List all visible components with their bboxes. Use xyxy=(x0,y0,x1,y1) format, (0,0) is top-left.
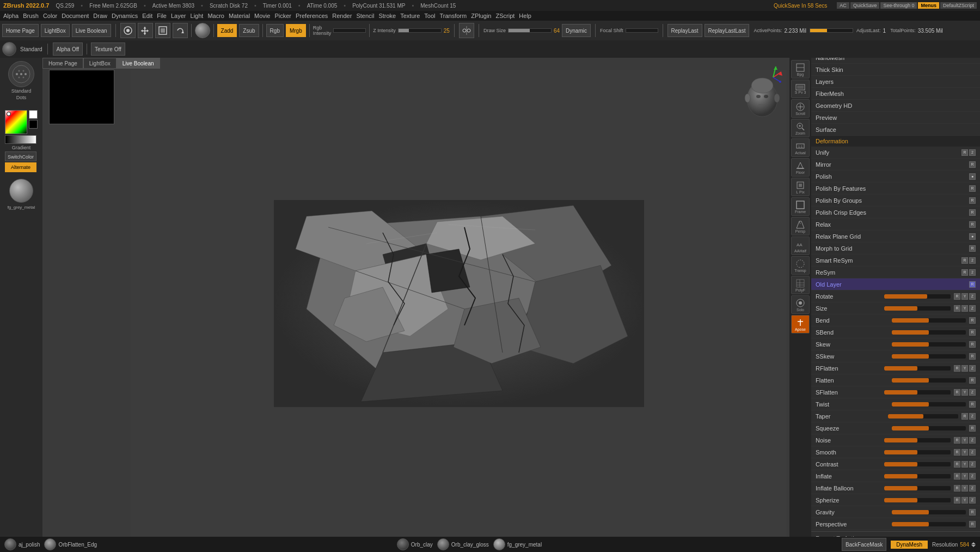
perspective-r-icon[interactable]: R xyxy=(969,521,976,527)
geometry-hd-item[interactable]: Geometry HD xyxy=(811,100,980,112)
menu-stencil[interactable]: Stencil xyxy=(356,13,374,19)
preview-item[interactable]: Preview xyxy=(811,112,980,124)
inflate-balloon-slider[interactable] xyxy=(884,486,951,490)
sskew-item[interactable]: SSkew R xyxy=(811,350,980,362)
menu-light[interactable]: Light xyxy=(191,13,204,19)
contrast-slider[interactable] xyxy=(884,462,951,466)
sbend-r-icon[interactable]: R xyxy=(969,329,976,336)
rotate-z-icon[interactable]: Z xyxy=(969,293,976,300)
spherize-slider[interactable] xyxy=(884,498,951,502)
taper-slider[interactable] xyxy=(888,414,958,418)
noise-item[interactable]: Noise R Y Z xyxy=(811,434,980,446)
sflatten-item[interactable]: SFlatten R Y Z xyxy=(811,386,980,398)
smooth-r-icon[interactable]: R xyxy=(954,449,960,456)
noise-z-icon[interactable]: Z xyxy=(969,437,976,444)
sskew-r-icon[interactable]: R xyxy=(969,353,976,360)
spherize-r-icon[interactable]: R xyxy=(954,497,960,504)
menu-transform[interactable]: Transform xyxy=(439,13,467,19)
menu-preferences[interactable]: Preferences xyxy=(296,13,328,19)
polish-groups-r-icon[interactable]: R xyxy=(969,197,976,204)
menu-texture[interactable]: Texture xyxy=(400,13,420,19)
menu-color[interactable]: Color xyxy=(43,13,57,19)
inflate-y-icon[interactable]: Y xyxy=(961,473,968,480)
apose-icon-btn[interactable]: Apose xyxy=(791,315,810,333)
mirror-r-icon[interactable]: R xyxy=(969,161,976,168)
smooth-slider[interactable] xyxy=(884,450,951,454)
nav-compass-area[interactable] xyxy=(738,61,787,116)
thumbnail-area[interactable] xyxy=(49,70,114,124)
draw-icon-btn[interactable] xyxy=(120,23,136,38)
bpg-icon-btn[interactable]: Bpg xyxy=(791,60,810,78)
size-slider[interactable] xyxy=(884,306,951,311)
polish-features-item[interactable]: Polish By Features R xyxy=(811,183,980,195)
gravity-slider[interactable] xyxy=(892,510,966,514)
smooth-z-icon[interactable]: Z xyxy=(969,449,976,456)
gravity-r-icon[interactable]: R xyxy=(969,509,976,515)
inflate-r-icon[interactable]: R xyxy=(954,473,960,480)
lightbox-btn[interactable]: LightBox xyxy=(41,24,70,37)
sbend-slider[interactable] xyxy=(892,330,966,335)
size-item[interactable]: Size R Y Z xyxy=(811,302,980,314)
alpha-off-btn[interactable]: Alpha Off xyxy=(53,43,83,56)
mirror-item[interactable]: Mirror R xyxy=(811,159,980,171)
thick-skin-item[interactable]: Thick Skin xyxy=(811,64,980,76)
menu-draw[interactable]: Draw xyxy=(93,13,107,19)
spherize-item[interactable]: Spherize R Y Z xyxy=(811,494,980,506)
spherize-z-icon[interactable]: Z xyxy=(969,497,976,504)
smart-resym-r-icon[interactable]: R xyxy=(961,257,968,264)
resolution-arrows[interactable] xyxy=(971,542,976,547)
menu-document[interactable]: Document xyxy=(62,13,89,19)
texture-off-btn[interactable]: Texture Off xyxy=(91,43,125,56)
contrast-item[interactable]: Contrast R Y Z xyxy=(811,458,980,470)
smooth-item[interactable]: Smooth R Y Z xyxy=(811,446,980,458)
zoom-icon-btn[interactable]: Zoom xyxy=(791,119,810,137)
size-z-icon[interactable]: Z xyxy=(969,305,976,312)
squeeze-slider[interactable] xyxy=(892,426,966,430)
smooth-y-icon[interactable]: Y xyxy=(961,449,968,456)
size-y-icon[interactable]: Y xyxy=(961,305,968,312)
unify-r-icon[interactable]: R xyxy=(961,149,968,156)
home-page-tab[interactable]: Home Page xyxy=(2,24,39,37)
deformation-title[interactable]: Deformation xyxy=(811,136,980,147)
layers-item[interactable]: Layers xyxy=(811,76,980,88)
rflatten-r-icon[interactable]: R xyxy=(954,365,960,372)
replay-last-last-btn[interactable]: ReplayLastLast xyxy=(705,24,750,37)
active-points-slider[interactable] xyxy=(810,28,853,33)
focal-shift-slider[interactable] xyxy=(626,28,658,33)
brush-fg-grey-metal[interactable]: fg_grey_metal xyxy=(493,538,542,550)
aahalf-icon-btn[interactable]: AA AAHalf xyxy=(791,236,810,255)
sflatten-z-icon[interactable]: Z xyxy=(969,389,976,396)
relax-plane-item[interactable]: Relax Plane Grid ● xyxy=(811,230,980,242)
surface-item[interactable]: Surface xyxy=(811,124,980,136)
rotate-y-icon[interactable]: Y xyxy=(961,293,968,300)
unify-2-icon[interactable]: 2 xyxy=(969,149,976,156)
frame-icon-btn[interactable]: Frame xyxy=(791,197,810,216)
scale-icon-btn[interactable] xyxy=(155,23,170,38)
rgb-btn[interactable]: Rgb xyxy=(266,24,284,37)
twist-item[interactable]: Twist R xyxy=(811,398,980,410)
rgb-intensity-slider[interactable] xyxy=(333,28,366,33)
smart-resym-2-icon[interactable]: 2 xyxy=(969,257,976,264)
smart-resym-item[interactable]: Smart ReSym R 2 xyxy=(811,254,980,266)
menu-file[interactable]: File xyxy=(157,13,167,19)
menu-dynamics[interactable]: Dynamics xyxy=(112,13,138,19)
mrgb-btn[interactable]: Mrgb xyxy=(286,24,306,37)
polish-circle-icon[interactable]: ● xyxy=(969,173,976,180)
move-icon-btn[interactable] xyxy=(138,23,153,38)
skew-slider[interactable] xyxy=(892,342,966,347)
dyna-mesh-btn[interactable]: DynaMesh xyxy=(891,541,928,549)
menu-brush[interactable]: Brush xyxy=(23,13,39,19)
menu-help[interactable]: Help xyxy=(519,13,531,19)
menu-tool[interactable]: Tool xyxy=(424,13,435,19)
inflate-balloon-item[interactable]: Inflate Balloon R Y Z xyxy=(811,482,980,494)
material-preview[interactable] xyxy=(9,179,33,203)
sflatten-r-icon[interactable]: R xyxy=(954,389,960,396)
quicksave-btn[interactable]: QuickSave xyxy=(850,2,880,9)
transp-icon-btn[interactable]: Transp xyxy=(791,256,810,275)
twist-slider[interactable] xyxy=(892,402,966,407)
color-white-swatch[interactable] xyxy=(29,110,38,119)
zsub-btn[interactable]: Zsub xyxy=(239,24,259,37)
menu-picker[interactable]: Picker xyxy=(274,13,291,19)
inflate-item[interactable]: Inflate R Y Z xyxy=(811,470,980,482)
size-r-icon[interactable]: R xyxy=(954,305,960,312)
